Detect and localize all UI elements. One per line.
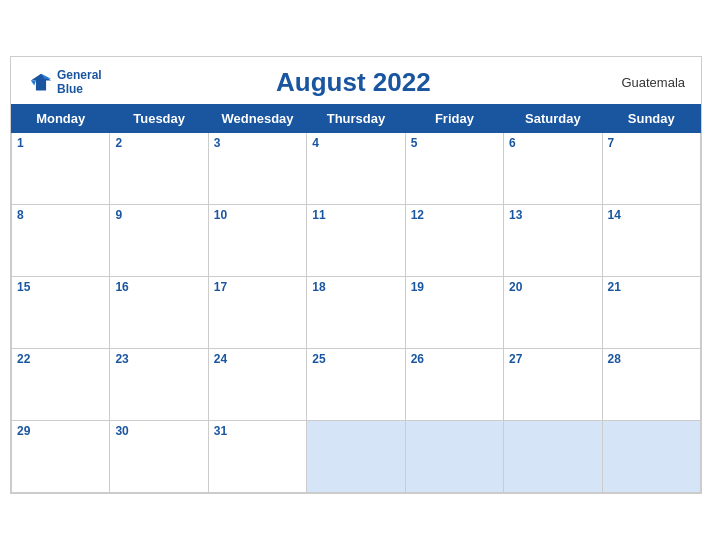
logo-blue: Blue: [57, 83, 102, 96]
day-number-24: 24: [214, 352, 301, 366]
day-cell-23: 23: [110, 349, 208, 421]
day-cell-24: 24: [208, 349, 306, 421]
day-number-20: 20: [509, 280, 596, 294]
day-number-11: 11: [312, 208, 399, 222]
week-row-3: 15161718192021: [12, 277, 701, 349]
day-number-29: 29: [17, 424, 104, 438]
day-number-31: 31: [214, 424, 301, 438]
days-header-row: Monday Tuesday Wednesday Thursday Friday…: [12, 105, 701, 133]
header-thursday: Thursday: [307, 105, 405, 133]
day-cell-8: 8: [12, 205, 110, 277]
day-cell-21: 21: [602, 277, 700, 349]
logo-bird-icon: [27, 72, 55, 94]
day-number-19: 19: [411, 280, 498, 294]
header-monday: Monday: [12, 105, 110, 133]
calendar-grid: Monday Tuesday Wednesday Thursday Friday…: [11, 104, 701, 493]
day-cell-1: 1: [12, 133, 110, 205]
day-number-2: 2: [115, 136, 202, 150]
day-number-7: 7: [608, 136, 695, 150]
day-cell-16: 16: [110, 277, 208, 349]
header-sunday: Sunday: [602, 105, 700, 133]
day-cell-2: 2: [110, 133, 208, 205]
day-cell-15: 15: [12, 277, 110, 349]
header-saturday: Saturday: [504, 105, 602, 133]
day-cell-13: 13: [504, 205, 602, 277]
day-number-30: 30: [115, 424, 202, 438]
day-number-10: 10: [214, 208, 301, 222]
logo-area: General Blue: [27, 69, 102, 95]
day-cell-14: 14: [602, 205, 700, 277]
empty-cell-w4-d6: [602, 421, 700, 493]
day-number-8: 8: [17, 208, 104, 222]
day-cell-22: 22: [12, 349, 110, 421]
calendar-body: 1234567891011121314151617181920212223242…: [12, 133, 701, 493]
day-number-16: 16: [115, 280, 202, 294]
day-cell-12: 12: [405, 205, 503, 277]
week-row-4: 22232425262728: [12, 349, 701, 421]
day-number-27: 27: [509, 352, 596, 366]
day-cell-9: 9: [110, 205, 208, 277]
day-number-17: 17: [214, 280, 301, 294]
day-cell-28: 28: [602, 349, 700, 421]
empty-cell-w4-d4: [405, 421, 503, 493]
empty-cell-w4-d3: [307, 421, 405, 493]
logo-icon: General Blue: [27, 69, 102, 95]
week-row-2: 891011121314: [12, 205, 701, 277]
day-number-14: 14: [608, 208, 695, 222]
country-label: Guatemala: [605, 75, 685, 90]
calendar-header: General Blue August 2022 Guatemala: [11, 57, 701, 104]
day-cell-10: 10: [208, 205, 306, 277]
day-number-23: 23: [115, 352, 202, 366]
calendar-title: August 2022: [102, 67, 605, 98]
day-cell-3: 3: [208, 133, 306, 205]
week-row-5: 293031: [12, 421, 701, 493]
day-cell-17: 17: [208, 277, 306, 349]
day-cell-5: 5: [405, 133, 503, 205]
day-number-21: 21: [608, 280, 695, 294]
logo-general: General: [57, 69, 102, 82]
day-number-13: 13: [509, 208, 596, 222]
day-cell-31: 31: [208, 421, 306, 493]
day-cell-30: 30: [110, 421, 208, 493]
day-number-26: 26: [411, 352, 498, 366]
calendar-container: General Blue August 2022 Guatemala Monda…: [10, 56, 702, 494]
svg-marker-2: [31, 80, 36, 85]
day-cell-6: 6: [504, 133, 602, 205]
day-number-18: 18: [312, 280, 399, 294]
day-cell-29: 29: [12, 421, 110, 493]
day-number-25: 25: [312, 352, 399, 366]
day-cell-18: 18: [307, 277, 405, 349]
day-number-15: 15: [17, 280, 104, 294]
day-number-5: 5: [411, 136, 498, 150]
day-number-1: 1: [17, 136, 104, 150]
day-cell-25: 25: [307, 349, 405, 421]
day-cell-11: 11: [307, 205, 405, 277]
header-tuesday: Tuesday: [110, 105, 208, 133]
header-friday: Friday: [405, 105, 503, 133]
week-row-1: 1234567: [12, 133, 701, 205]
day-number-9: 9: [115, 208, 202, 222]
day-cell-19: 19: [405, 277, 503, 349]
day-cell-4: 4: [307, 133, 405, 205]
day-cell-27: 27: [504, 349, 602, 421]
day-number-12: 12: [411, 208, 498, 222]
logo-text: General Blue: [57, 69, 102, 95]
day-number-28: 28: [608, 352, 695, 366]
day-cell-7: 7: [602, 133, 700, 205]
day-number-3: 3: [214, 136, 301, 150]
empty-cell-w4-d5: [504, 421, 602, 493]
day-number-6: 6: [509, 136, 596, 150]
day-number-4: 4: [312, 136, 399, 150]
day-cell-20: 20: [504, 277, 602, 349]
day-cell-26: 26: [405, 349, 503, 421]
day-number-22: 22: [17, 352, 104, 366]
header-wednesday: Wednesday: [208, 105, 306, 133]
